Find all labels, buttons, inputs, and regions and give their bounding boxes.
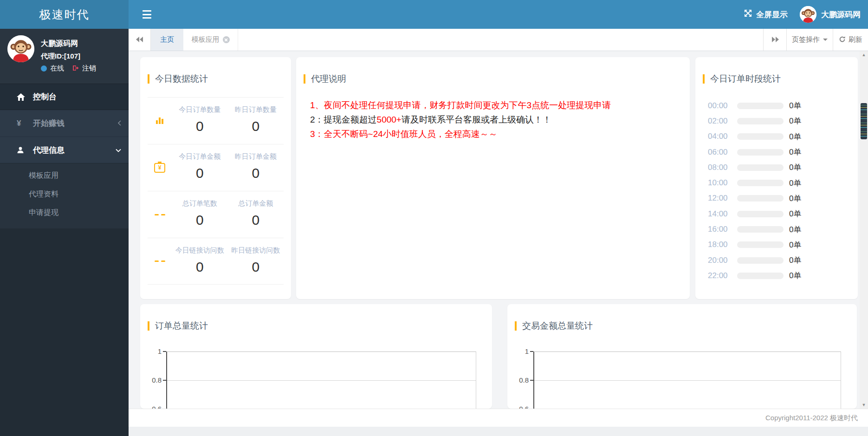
logout-label: 注销 [82,64,96,73]
sidebar-avatar [7,35,34,62]
stat-value: 0 [172,165,228,181]
dash-icon [148,191,172,238]
sidebar-user-status: 在线 注销 [41,64,96,73]
user-icon [17,146,29,154]
hour-row: 02:000单 [695,113,858,129]
double-right-arrow-icon [771,36,779,44]
scrollbar-track[interactable]: ▲ ▼ [860,51,868,409]
progress-pill [737,133,784,140]
sidebar-item-agent-info[interactable]: 代理信息 [0,137,129,163]
yen-icon: ¥ [17,119,29,128]
amount-chart-card: 交易金额总量统计 1 0.8 0.6 [507,304,857,409]
sidebar-item-console[interactable]: 控制台 [0,84,129,110]
tab-home[interactable]: 主页 [151,29,183,51]
tab-ops-button[interactable]: 页签操作 [786,29,833,51]
hour-row: 16:000单 [695,221,858,237]
progress-pill [737,118,784,124]
hour-row: 06:000单 [695,144,858,160]
y-tick-mark [163,380,166,381]
tab-close-icon[interactable] [223,36,230,43]
chevron-down-icon [116,145,121,155]
hour-row: 08:000单 [695,160,858,175]
y-tick-label: 0.6 [143,405,162,409]
double-left-arrow-icon [136,36,143,44]
card-title: 交易金额总量统计 [515,320,593,332]
card-title: 今日数据统计 [148,73,208,85]
copyright-text: Copyright2011-2022 极速时代 [765,414,858,423]
hamburger-icon [143,10,151,12]
gridline [167,380,476,381]
refresh-button[interactable]: 刷新 [833,29,868,51]
stat-label: 总订单金额 [228,199,284,208]
stats-title: 今日数据统计 [155,73,208,85]
sidebar-item-earn[interactable]: ¥ 开始赚钱 [0,110,129,137]
submenu-item-agent-profile[interactable]: 代理资料 [0,185,129,203]
tab-scroll-right-button[interactable] [763,29,786,51]
sidebar: 大鹏源码网 代理ID:[107] 在线 注销 控制台 ¥ 开始赚钱 代理信息 [0,29,129,436]
progress-pill [737,226,784,233]
sidebar-agent-id: 代理ID:[107] [41,52,80,61]
submenu-item-template-app[interactable]: 模板应用 [0,166,129,185]
stat-value: 0 [172,212,228,228]
stat-value: 0 [228,259,284,275]
y-tick-mark [530,380,533,381]
tab-ops-label: 页签操作 [792,35,820,44]
progress-pill [737,241,784,248]
progress-pill [737,211,784,217]
notice-text: 1、夜间不处理任何提现申请，财务打款时间更改为下午3点统一处理提现申请 2：提现… [310,98,611,141]
title-accent-bar [515,321,517,331]
user-menu[interactable]: 大鹏源码网 [800,6,861,23]
orders-chart-card: 订单总量统计 1 0.8 0.6 [140,304,492,409]
stat-row: 今日链接访问数0 昨日链接访问数0 [148,238,284,285]
scroll-down-icon[interactable]: ▼ [860,401,868,409]
y-tick-label: 1 [143,348,162,355]
stat-value: 0 [228,212,284,228]
progress-pill [737,180,784,186]
home-icon [17,93,29,101]
amount-chart-title: 交易金额总量统计 [522,320,593,332]
progress-pill [737,273,784,279]
page-footer: Copyright2011-2022 极速时代 [129,409,868,427]
tabbar-spacer [238,29,763,51]
stats-card: 今日数据统计 今日订单数量0 昨日订单数量0 ¥ 今日订单金额0 昨日订单金额0… [140,57,291,299]
money-icon: ¥ [148,144,172,191]
stat-row: ¥ 今日订单金额0 昨日订单金额0 [148,144,284,191]
bottom-strip [129,427,868,436]
tab-scroll-left-button[interactable] [129,29,151,51]
scrollbar-thumb[interactable] [861,103,867,139]
hour-row: 00:000单 [695,98,858,113]
tab-label: 模板应用 [192,35,220,44]
sidebar-user-name: 大鹏源码网 [41,39,78,49]
fullscreen-label: 全屏显示 [756,9,788,20]
hourly-rows: 00:000单 02:000单 04:000单 06:000单 08:000单 … [695,98,858,284]
progress-pill [737,103,784,109]
progress-pill [737,149,784,156]
fullscreen-button[interactable]: 全屏显示 [744,9,788,20]
card-title: 订单总量统计 [148,320,208,332]
y-tick-label: 0.8 [143,377,162,384]
scroll-up-icon[interactable]: ▲ [860,51,868,59]
hour-row: 22:000单 [695,268,858,283]
stats-rows: 今日订单数量0 昨日订单数量0 ¥ 今日订单金额0 昨日订单金额0 总订单笔数0… [148,97,284,285]
notice-line-1: 1、夜间不处理任何提现申请，财务打款时间更改为下午3点统一处理提现申请 [310,98,611,112]
stat-label: 昨日订单数量 [228,105,284,114]
orders-chart-title: 订单总量统计 [155,320,208,332]
stat-value: 0 [228,118,284,134]
sidebar-toggle-button[interactable] [143,10,153,19]
main-content: 今日数据统计 今日订单数量0 昨日订单数量0 ¥ 今日订单金额0 昨日订单金额0… [129,51,868,436]
tab-template-app[interactable]: 模板应用 [183,29,238,51]
hourly-card: 今日订单时段统计 00:000单 02:000单 04:000单 06:000单… [695,57,858,299]
y-tick-label: 0.6 [510,405,529,409]
title-accent-bar [148,321,149,331]
stat-value: 0 [228,165,284,181]
submenu-item-withdraw[interactable]: 申请提现 [0,203,129,222]
top-navbar: 全屏显示 大鹏源码网 [129,0,868,29]
logout-button[interactable]: 注销 [73,64,96,73]
title-accent-bar [148,74,149,84]
notice-line-3: 3：全天不断码~24小时值班人员，全程高速～～ [310,127,611,141]
stat-value: 0 [172,118,228,134]
dash-icon [148,238,172,284]
hour-row: 20:000单 [695,253,858,268]
chevron-left-icon [117,119,121,128]
hour-row: 12:000单 [695,191,858,206]
